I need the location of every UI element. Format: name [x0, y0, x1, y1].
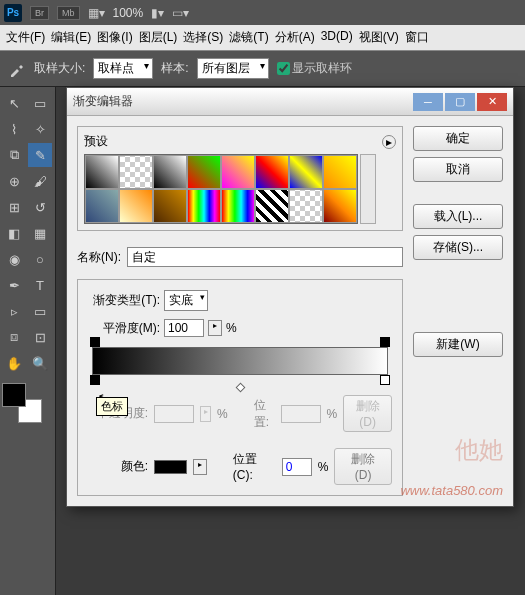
preset-swatch[interactable]	[255, 155, 289, 189]
marquee-tool[interactable]: ▭	[28, 91, 52, 115]
dodge-tool[interactable]: ○	[28, 247, 52, 271]
sample-size-label: 取样大小:	[34, 60, 85, 77]
gradient-type-select[interactable]: 实底	[164, 290, 208, 311]
wand-tool[interactable]: ✧	[28, 117, 52, 141]
presets-menu-icon[interactable]: ▸	[382, 135, 396, 149]
preset-swatch[interactable]	[221, 155, 255, 189]
menu-select[interactable]: 选择(S)	[183, 29, 223, 46]
screen-mode-icon[interactable]: ▭▾	[172, 6, 189, 20]
menu-edit[interactable]: 编辑(E)	[51, 29, 91, 46]
opacity-input	[154, 405, 194, 423]
color-stop-right[interactable]	[380, 375, 390, 385]
color-swatches[interactable]	[2, 383, 42, 423]
preset-swatch[interactable]	[153, 189, 187, 223]
menu-analysis[interactable]: 分析(A)	[275, 29, 315, 46]
menu-filter[interactable]: 滤镜(T)	[229, 29, 268, 46]
show-ring-input[interactable]	[277, 62, 290, 75]
opacity-stop-row: 不透明度: ▸ % 位置: % 删除(D)	[88, 395, 392, 432]
presets-label: 预设	[84, 133, 108, 150]
preset-swatch[interactable]	[221, 189, 255, 223]
shape-tool[interactable]: ▭	[28, 299, 52, 323]
lasso-tool[interactable]: ⌇	[2, 117, 26, 141]
preset-swatch[interactable]	[323, 155, 357, 189]
gradient-bar[interactable]	[92, 347, 388, 375]
pen-tool[interactable]: ✒	[2, 273, 26, 297]
minibridge-button[interactable]: Mb	[57, 6, 80, 20]
bridge-button[interactable]: Br	[30, 6, 49, 20]
opacity-stop-left[interactable]	[90, 337, 100, 347]
menu-image[interactable]: 图像(I)	[97, 29, 132, 46]
zoom-level[interactable]: 100%	[113, 6, 144, 20]
menu-3d[interactable]: 3D(D)	[321, 29, 353, 46]
crop-tool[interactable]: ⧉	[2, 143, 26, 167]
eraser-tool[interactable]: ◧	[2, 221, 26, 245]
load-button[interactable]: 载入(L)...	[413, 204, 503, 229]
menu-window[interactable]: 窗口	[405, 29, 429, 46]
move-tool[interactable]: ↖	[2, 91, 26, 115]
camera-tool[interactable]: ⊡	[28, 325, 52, 349]
menu-view[interactable]: 视图(V)	[359, 29, 399, 46]
sample-label: 样本:	[161, 60, 188, 77]
preset-swatch[interactable]	[187, 155, 221, 189]
smoothness-input[interactable]	[164, 319, 204, 337]
preset-swatch[interactable]	[255, 189, 289, 223]
preset-swatch[interactable]	[85, 189, 119, 223]
color-swatch[interactable]	[154, 460, 187, 474]
preset-grid	[84, 154, 358, 224]
preset-swatch[interactable]	[119, 189, 153, 223]
delete-opacity-button: 删除(D)	[343, 395, 392, 432]
midpoint-diamond[interactable]	[236, 383, 246, 393]
app-header: Ps Br Mb ▦▾ 100% ▮▾ ▭▾	[0, 0, 525, 25]
menu-file[interactable]: 文件(F)	[6, 29, 45, 46]
minimize-button[interactable]: ─	[413, 93, 443, 111]
workspace: ↖ ▭ ⌇ ✧ ⧉ ✎ ⊕ 🖌 ⊞ ↺ ◧ ▦ ◉ ○ ✒ T ▹ ▭ ⧈ ⊡ …	[0, 87, 525, 595]
path-tool[interactable]: ▹	[2, 299, 26, 323]
canvas-area: 渐变编辑器 ─ ▢ ✕ 预设 ▸	[56, 87, 525, 595]
smoothness-arrow[interactable]: ▸	[208, 320, 222, 336]
position-c-input[interactable]	[282, 458, 312, 476]
stamp-tool[interactable]: ⊞	[2, 195, 26, 219]
preset-swatch[interactable]	[289, 155, 323, 189]
fg-color-swatch[interactable]	[2, 383, 26, 407]
eyedropper-tool[interactable]: ✎	[28, 143, 52, 167]
menu-layer[interactable]: 图层(L)	[139, 29, 178, 46]
ok-button[interactable]: 确定	[413, 126, 503, 151]
opacity-stop-right[interactable]	[380, 337, 390, 347]
preset-swatch[interactable]	[153, 155, 187, 189]
layout-icon[interactable]: ▮▾	[151, 6, 164, 20]
new-button[interactable]: 新建(W)	[413, 332, 503, 357]
save-button[interactable]: 存储(S)...	[413, 235, 503, 260]
preset-swatch[interactable]	[187, 189, 221, 223]
color-arrow[interactable]: ▸	[193, 459, 207, 475]
color-stop-left[interactable]	[90, 375, 100, 385]
show-ring-checkbox[interactable]: 显示取样环	[277, 60, 352, 77]
preset-swatch[interactable]	[289, 189, 323, 223]
stop-tooltip: 色标	[96, 397, 128, 416]
hand-tool[interactable]: ✋	[2, 351, 26, 375]
preset-swatch[interactable]	[323, 189, 357, 223]
zoom-tool[interactable]: 🔍	[28, 351, 52, 375]
preset-swatch[interactable]	[85, 155, 119, 189]
preset-scrollbar[interactable]	[360, 154, 376, 224]
history-brush-tool[interactable]: ↺	[28, 195, 52, 219]
color-label: 颜色:	[88, 458, 148, 475]
cancel-button[interactable]: 取消	[413, 157, 503, 182]
dialog-titlebar[interactable]: 渐变编辑器 ─ ▢ ✕	[67, 88, 513, 116]
view-mode-icon[interactable]: ▦▾	[88, 6, 105, 20]
sample-size-select[interactable]: 取样点	[93, 58, 153, 79]
options-bar: 取样大小: 取样点 样本: 所有图层 显示取样环	[0, 51, 525, 87]
name-input[interactable]	[127, 247, 403, 267]
position-label: 位置:	[254, 397, 275, 431]
maximize-button[interactable]: ▢	[445, 93, 475, 111]
percent-label: %	[318, 460, 329, 474]
brush-tool[interactable]: 🖌	[28, 169, 52, 193]
opacity-arrow: ▸	[200, 406, 211, 422]
close-button[interactable]: ✕	[477, 93, 507, 111]
blur-tool[interactable]: ◉	[2, 247, 26, 271]
preset-swatch[interactable]	[119, 155, 153, 189]
sample-select[interactable]: 所有图层	[197, 58, 269, 79]
gradient-tool[interactable]: ▦	[28, 221, 52, 245]
heal-tool[interactable]: ⊕	[2, 169, 26, 193]
3d-tool[interactable]: ⧈	[2, 325, 26, 349]
type-tool[interactable]: T	[28, 273, 52, 297]
